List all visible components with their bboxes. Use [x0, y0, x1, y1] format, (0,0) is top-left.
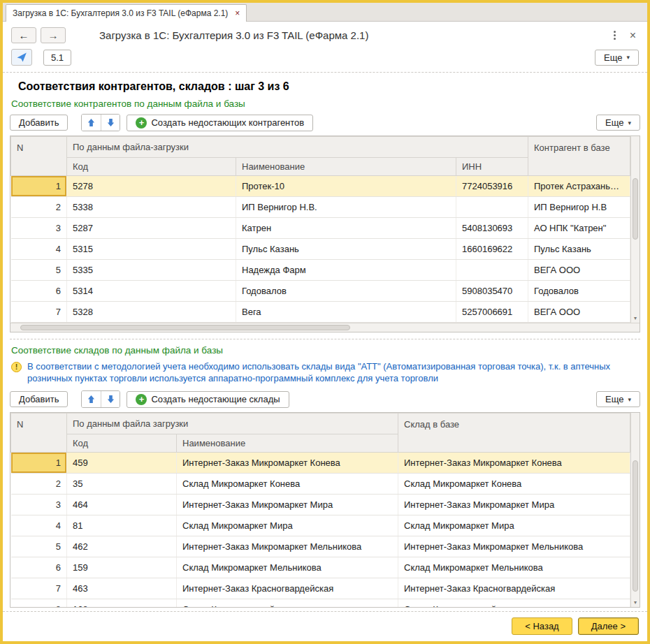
scrollbar-thumb[interactable]	[633, 460, 638, 592]
kebab-menu-icon[interactable]	[612, 29, 617, 41]
scroll-down-icon[interactable]: ▾	[631, 314, 640, 323]
version-button[interactable]: 5.1	[43, 50, 71, 66]
table-row[interactable]: 6 5314 Годовалов 5908035470 Годовалов	[11, 281, 630, 302]
cell-name[interactable]: ИП Вернигор Н.В.	[236, 197, 456, 218]
cell-code[interactable]: 464	[67, 495, 177, 515]
scrollbar-thumb[interactable]	[20, 325, 350, 330]
back-step-button[interactable]: < Назад	[512, 617, 572, 635]
cell-contractor-in-base[interactable]: Протек Астрахань_М...	[528, 176, 630, 197]
cell-row-number[interactable]: 1	[11, 453, 67, 474]
cell-name[interactable]: Пульс Казань	[236, 239, 456, 260]
table-row[interactable]: 3 5287 Катрен 5408130693 АО НПК "Катрен"	[11, 218, 630, 239]
cell-inn[interactable]: 1660169622	[456, 239, 528, 260]
column-header-code[interactable]: Код	[67, 434, 177, 453]
scroll-down-icon[interactable]: ▾	[631, 599, 640, 607]
table-row[interactable]: 4 81 Склад Микромаркет Мира Склад Микром…	[11, 515, 630, 536]
cell-row-number[interactable]: 4	[11, 515, 67, 536]
cell-warehouse-in-base[interactable]: Склад Микромаркет Мира	[398, 515, 630, 536]
move-down-button[interactable]	[101, 391, 120, 407]
cell-warehouse-in-base[interactable]: Интернет-Заказ Микромаркет Мельникова	[398, 536, 630, 557]
cell-inn[interactable]: 5408130693	[456, 218, 528, 239]
cell-contractor-in-base[interactable]: ВЕГА ООО	[528, 302, 630, 323]
column-header-code[interactable]: Код	[67, 158, 236, 176]
table-row[interactable]: 5 5335 Надежда Фарм ВЕГА ООО	[11, 260, 630, 281]
cell-name[interactable]: Склад Микромаркет Мельникова	[177, 557, 398, 578]
cell-row-number[interactable]: 5	[11, 260, 67, 281]
column-group-file-data[interactable]: По данным файла-загрузки	[67, 137, 528, 158]
create-missing-contractors-button[interactable]: + Создать недостающих контрагентов	[127, 115, 313, 131]
cell-code[interactable]: 463	[67, 578, 177, 599]
cell-code[interactable]: 5328	[67, 302, 236, 323]
cell-name[interactable]: Склад Красногвардейская	[177, 599, 398, 608]
scrollbar-thumb[interactable]	[633, 178, 638, 240]
cell-warehouse-in-base[interactable]: Склад Красногвардейская	[398, 599, 630, 608]
send-feedback-button[interactable]	[11, 49, 32, 66]
table-row[interactable]: 8 168 Склад Красногвардейская Склад Крас…	[11, 599, 630, 608]
table-row[interactable]: 6 159 Склад Микромаркет Мельникова Склад…	[11, 557, 630, 578]
tab-close-icon[interactable]: ×	[235, 8, 240, 18]
cell-code[interactable]: 5335	[67, 260, 236, 281]
cell-name[interactable]: Катрен	[236, 218, 456, 239]
more-button-warehouses[interactable]: Еще ▾	[596, 391, 640, 407]
cell-warehouse-in-base[interactable]: Склад Микромаркет Конева	[398, 474, 630, 495]
cell-code[interactable]: 159	[67, 557, 177, 578]
more-button-contractors[interactable]: Еще ▾	[596, 115, 640, 131]
cell-contractor-in-base[interactable]: АО НПК "Катрен"	[528, 218, 630, 239]
column-header-inn[interactable]: ИНН	[456, 158, 528, 176]
forward-button[interactable]: →	[41, 27, 66, 43]
cell-row-number[interactable]: 6	[11, 281, 67, 302]
cell-inn[interactable]: 5908035470	[456, 281, 528, 302]
table-row[interactable]: 3 464 Интернет-Заказ Микромаркет Мира Ин…	[11, 495, 630, 515]
cell-row-number[interactable]: 7	[11, 578, 67, 599]
cell-code[interactable]: 81	[67, 515, 177, 536]
close-icon[interactable]: ×	[630, 30, 636, 41]
cell-code[interactable]: 168	[67, 599, 177, 608]
warehouses-vertical-scrollbar[interactable]: ▾	[630, 413, 640, 607]
column-header-n[interactable]: N	[11, 414, 67, 453]
cell-inn[interactable]: 7724053916	[456, 176, 528, 197]
cell-contractor-in-base[interactable]: Годовалов	[528, 281, 630, 302]
cell-inn[interactable]	[456, 197, 528, 218]
cell-name[interactable]: Интернет-Заказ Микромаркет Мельникова	[177, 536, 398, 557]
column-header-name[interactable]: Наименование	[236, 158, 456, 176]
cell-code[interactable]: 5287	[67, 218, 236, 239]
cell-row-number[interactable]: 3	[11, 218, 67, 239]
cell-row-number[interactable]: 3	[11, 495, 67, 515]
create-missing-warehouses-button[interactable]: + Создать недостающие склады	[127, 391, 289, 408]
cell-name[interactable]: Вега	[236, 302, 456, 323]
cell-code[interactable]: 35	[67, 474, 177, 495]
cell-code[interactable]: 5278	[67, 176, 236, 197]
move-up-button[interactable]	[82, 391, 101, 407]
cell-row-number[interactable]: 7	[11, 302, 67, 323]
cell-row-number[interactable]: 5	[11, 536, 67, 557]
cell-warehouse-in-base[interactable]: Интернет-Заказ Микромаркет Мира	[398, 495, 630, 515]
table-row[interactable]: 7 5328 Вега 5257006691 ВЕГА ООО	[11, 302, 630, 323]
cell-name[interactable]: Годовалов	[236, 281, 456, 302]
cell-row-number[interactable]: 4	[11, 239, 67, 260]
cell-name[interactable]: Склад Микромаркет Мира	[177, 515, 398, 536]
cell-warehouse-in-base[interactable]: Интернет-Заказ Микромаркет Конева	[398, 453, 630, 474]
cell-name[interactable]: Интернет-Заказ Красногвардейская	[177, 578, 398, 599]
cell-row-number[interactable]: 2	[11, 474, 67, 495]
cell-contractor-in-base[interactable]: Пульс Казань	[528, 239, 630, 260]
column-header-n[interactable]: N	[11, 137, 67, 176]
column-group-file-data[interactable]: По данным файла загрузки	[67, 414, 398, 434]
cell-code[interactable]: 459	[67, 453, 177, 474]
cell-warehouse-in-base[interactable]: Интернет-Заказ Красногвардейская	[398, 578, 630, 599]
cell-code[interactable]: 5315	[67, 239, 236, 260]
cell-code[interactable]: 462	[67, 536, 177, 557]
contractors-vertical-scrollbar[interactable]: ▾	[630, 136, 640, 323]
tab-upload-wizard[interactable]: Загрузка в 1С: Бухгалтерия 3.0 из F3 TAI…	[6, 4, 247, 22]
cell-row-number[interactable]: 2	[11, 197, 67, 218]
cell-code[interactable]: 5314	[67, 281, 236, 302]
next-step-button[interactable]: Далее >	[578, 617, 639, 635]
cell-inn[interactable]	[456, 260, 528, 281]
cell-row-number[interactable]: 1	[11, 176, 67, 197]
column-header-contractor-in-base[interactable]: Контрагент в базе	[528, 137, 630, 176]
table-row[interactable]: 5 462 Интернет-Заказ Микромаркет Мельник…	[11, 536, 630, 557]
column-header-warehouse-in-base[interactable]: Склад в базе	[398, 414, 630, 453]
table-row[interactable]: 2 5338 ИП Вернигор Н.В. ИП Вернигор Н.В	[11, 197, 630, 218]
table-row[interactable]: 1 5278 Протек-10 7724053916 Протек Астра…	[11, 176, 630, 197]
table-row[interactable]: 4 5315 Пульс Казань 1660169622 Пульс Каз…	[11, 239, 630, 260]
table-row[interactable]: 2 35 Склад Микромаркет Конева Склад Микр…	[11, 474, 630, 495]
